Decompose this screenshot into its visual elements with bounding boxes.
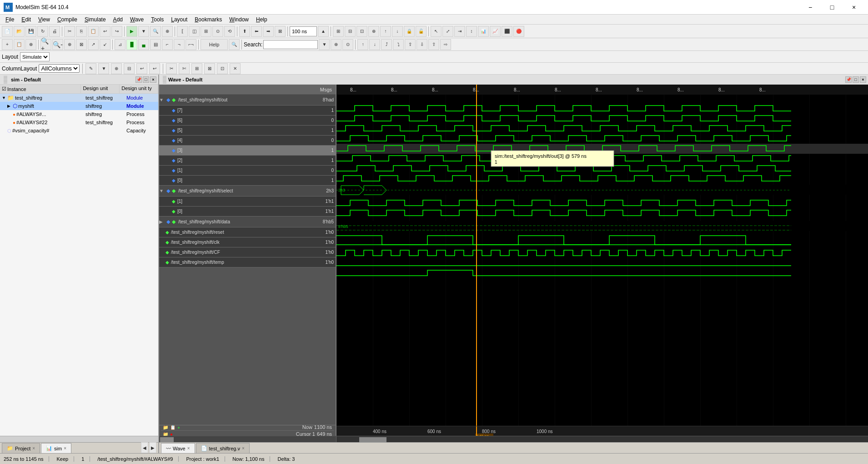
add-3[interactable]: ⊕ [25, 39, 36, 50]
sig-row-0[interactable]: ◆ [0] 1 [159, 176, 336, 186]
time-up[interactable]: ▲ [318, 26, 329, 37]
close-button[interactable]: × [843, 0, 864, 15]
sim-row-capacity[interactable]: ⬡ #vsim_capacity# Capacity [0, 126, 158, 135]
col-tool4[interactable]: ✕ [230, 63, 241, 74]
hier7[interactable]: ⇧ [428, 39, 439, 50]
restore-button[interactable]: □ [822, 0, 843, 15]
col-check[interactable]: ☑ [2, 86, 6, 92]
sim-row-myshift[interactable]: ▶ ⬡ myshift shiftreg Module [0, 102, 158, 110]
hier8[interactable]: ⇨ [440, 39, 451, 50]
wave-panel-grip[interactable] [163, 76, 166, 83]
zoom-in-btn[interactable]: 🔍+ [40, 39, 51, 50]
sim-close-btn[interactable]: × [150, 76, 156, 83]
menu-tools[interactable]: Tools [147, 15, 167, 24]
wave-close-btn[interactable]: × [860, 76, 866, 83]
edit5[interactable]: ↩ [136, 63, 147, 74]
wave-restart[interactable]: ⟲ [224, 26, 235, 37]
tab-sim[interactable]: 📊 sim × [41, 443, 71, 453]
col-tool1[interactable]: ⊞ [191, 63, 202, 74]
sig-row-4[interactable]: ◆ [4] 0 [159, 136, 336, 146]
zoom-prev[interactable]: ⬆ [239, 26, 250, 37]
add-log-btn[interactable]: 📋 [14, 39, 25, 50]
sig-row-sel1[interactable]: ◆ [1] 1'h1 [159, 197, 336, 207]
sig-row-1[interactable]: ◆ [1] 0 [159, 166, 336, 176]
wave-mode3[interactable]: ⇥ [454, 26, 465, 37]
menu-bookmarks[interactable]: Bookmarks [191, 15, 226, 24]
wave-mode2[interactable]: ⤢ [442, 26, 453, 37]
sig-row-6[interactable]: ◆ [6] 0 [159, 116, 336, 126]
sig-expand[interactable]: ▼ [159, 97, 166, 102]
col-layout-select[interactable]: AllColumns [39, 64, 80, 73]
refresh-btn[interactable]: ↻ [37, 26, 48, 37]
run-btn[interactable]: ▶ [126, 26, 137, 37]
tab-wave[interactable]: 〰 Wave × [161, 443, 195, 453]
zoom-in2-btn[interactable]: ↗ [88, 39, 99, 50]
wave-mode6[interactable]: 📈 [490, 26, 501, 37]
print-btn[interactable]: 🖨 [49, 26, 60, 37]
sig-row-temp[interactable]: ◆ /test_shiftreg/myshift/temp 1'h0 [159, 257, 336, 267]
scissors[interactable]: ✄ [179, 63, 190, 74]
wave-lock[interactable]: 🔒 [404, 26, 415, 37]
hier5[interactable]: ⇪ [405, 39, 416, 50]
sim-pin-btn[interactable]: 📌 [135, 76, 142, 83]
search-next[interactable]: ⊙ [342, 39, 353, 50]
cut-btn[interactable]: ✂ [64, 26, 75, 37]
col-tool3[interactable]: ⊡ [217, 63, 228, 74]
copy-btn[interactable]: ⎘ [76, 26, 87, 37]
sim-hscroll[interactable] [0, 436, 158, 442]
sim-row-always22[interactable]: ● #ALWAYS#22 test_shiftreg Process [0, 118, 158, 126]
menu-add[interactable]: Add [110, 15, 126, 24]
wave-pin-btn[interactable]: 📌 [845, 76, 852, 83]
zoom-full-btn[interactable]: ⊕ [64, 39, 75, 50]
edit6[interactable]: ↩ [149, 63, 160, 74]
run-config-btn[interactable]: ▼ [138, 26, 149, 37]
sig-row-sel0[interactable]: ◆ [0] 1'h1 [159, 207, 336, 217]
wave-tool6[interactable]: ↓ [392, 26, 403, 37]
new-btn[interactable]: 📄 [2, 26, 13, 37]
zoom-next[interactable]: ⬅ [251, 26, 262, 37]
sig-row-data[interactable]: ▶ ◆ ◆ /test_shiftreg/myshift/data 8'hb5 [159, 217, 336, 227]
layout-select[interactable]: Simulate Debug [20, 52, 50, 61]
wave-mode8[interactable]: 🔴 [513, 26, 524, 37]
wave-max-btn[interactable]: □ [853, 76, 859, 83]
sig-expand-sel[interactable]: ▼ [159, 188, 166, 193]
zoom-out2-btn[interactable]: ↙ [100, 39, 110, 50]
wave-tool5[interactable]: ↑ [380, 26, 391, 37]
hier3[interactable]: ⤴ [381, 39, 392, 50]
sim-panel-grip[interactable] [4, 76, 7, 83]
sig-row-cf[interactable]: ◆ /test_shiftreg/myshift/CF 1'h0 [159, 247, 336, 257]
wave-tool4[interactable]: ⊕ [368, 26, 379, 37]
zoom-sel-btn[interactable]: ⊠ [76, 39, 87, 50]
tab-sim-close[interactable]: × [64, 446, 66, 451]
tab-left-btn[interactable]: ◀ [141, 442, 148, 453]
wave-zoom-out[interactable]: ⊞ [201, 26, 211, 37]
paste-btn[interactable]: 📋 [88, 26, 99, 37]
search-input[interactable] [263, 40, 318, 49]
tab-project[interactable]: 📁 Project × [2, 443, 40, 453]
tab-test-file[interactable]: 📄 test_shiftreg.v × [196, 443, 250, 453]
open-btn[interactable]: 📂 [14, 26, 25, 37]
sig-row-out[interactable]: ▼ ◆ ◆ /test_shiftreg/myshift/out 8'had [159, 95, 336, 106]
hier6[interactable]: ⇩ [416, 39, 427, 50]
wave-mode7[interactable]: ⬛ [502, 26, 512, 37]
save-btn[interactable]: 💾 [25, 26, 36, 37]
minimize-button[interactable]: − [800, 0, 821, 15]
hier4[interactable]: ⤵ [393, 39, 404, 50]
waveform-canvas[interactable]: 8... 8... 8... 8... 8... 8... 8... 8... … [336, 85, 868, 426]
menu-view[interactable]: View [35, 15, 54, 24]
sim-row-test-shiftreg[interactable]: ▼ 📁 test_shiftreg test_shiftreg Module [0, 94, 158, 102]
tab-project-close[interactable]: × [32, 446, 35, 451]
wshape3[interactable]: ▄ [138, 39, 149, 50]
wshape2[interactable]: █ [126, 39, 137, 50]
find-btn[interactable]: ⊕ [162, 26, 173, 37]
time-input[interactable] [290, 26, 317, 36]
tab-right-btn[interactable]: ▶ [149, 442, 156, 453]
sig-row-3[interactable]: ◆ [3] 1 [159, 146, 336, 156]
wave-run[interactable]: ⊙ [212, 26, 223, 37]
wave-tool3[interactable]: ⊡ [356, 26, 367, 37]
help-btn[interactable]: Help [201, 39, 228, 50]
sig-expand-data[interactable]: ▶ [159, 219, 166, 224]
sim-row-always1[interactable]: ● #ALWAYS#... shiftreg Process [0, 110, 158, 118]
edit1[interactable]: ✎ [85, 63, 96, 74]
hier1[interactable]: ↑ [357, 39, 368, 50]
